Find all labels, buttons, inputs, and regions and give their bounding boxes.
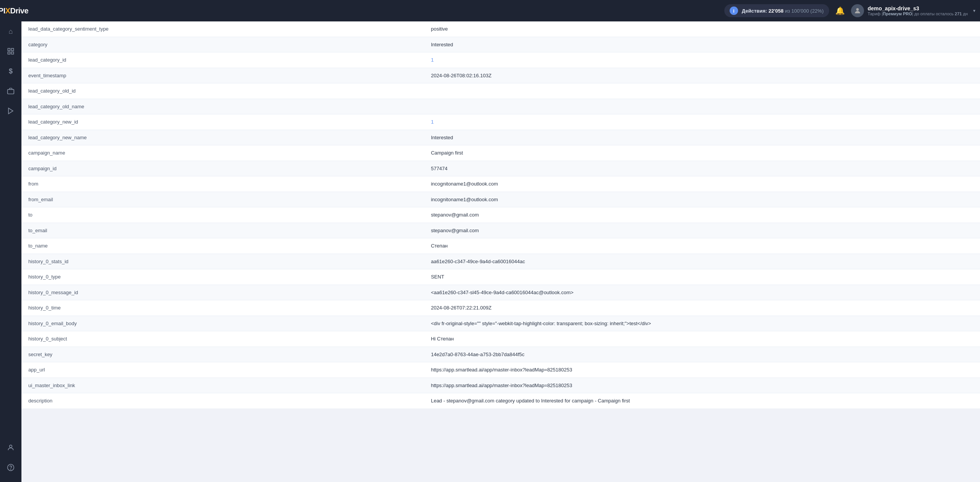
table-row: to_nameСтепан bbox=[21, 238, 980, 254]
field-value: incognitoname1@outlook.com bbox=[424, 176, 980, 192]
sidebar-item-billing[interactable]: $ bbox=[0, 61, 21, 81]
field-name: lead_category_new_name bbox=[21, 130, 424, 145]
svg-rect-1 bbox=[8, 49, 10, 51]
table-row: campaign_id577474 bbox=[21, 161, 980, 176]
user-menu[interactable]: demo_apix-drive_s3 Тариф |Премиум PRO| д… bbox=[851, 4, 976, 17]
field-value: 1 bbox=[424, 52, 980, 68]
header: APIXDrive i Действия: 22'058 из 100'000 … bbox=[0, 0, 980, 21]
table-row: history_0_typeSENT bbox=[21, 269, 980, 285]
field-name: secret_key bbox=[21, 347, 424, 362]
user-info: demo_apix-drive_s3 Тариф |Премиум PRO| д… bbox=[868, 5, 968, 16]
field-name: lead_category_id bbox=[21, 52, 424, 68]
field-value: https://app.smartlead.ai/app/master-inbo… bbox=[424, 378, 980, 393]
svg-marker-6 bbox=[8, 108, 13, 114]
table-row: lead_data_category_sentiment_typepositiv… bbox=[21, 21, 980, 37]
table-row: secret_key14e2d7a0-8763-44ae-a753-2bb7da… bbox=[21, 347, 980, 362]
table-row: history_0_time2024-08-26T07:22:21.009Z bbox=[21, 300, 980, 316]
field-value: 1 bbox=[424, 114, 980, 130]
table-row: lead_category_id1 bbox=[21, 52, 980, 68]
logo-text: APIXDrive bbox=[0, 7, 28, 15]
table-row: tostepanov@gmail.com bbox=[21, 207, 980, 223]
field-value: stepanov@gmail.com bbox=[424, 207, 980, 223]
field-value: 14e2d7a0-8763-44ae-a753-2bb7da844f5c bbox=[424, 347, 980, 362]
field-value: aa61e260-c347-49ce-9a4d-ca60016044ac bbox=[424, 254, 980, 269]
field-value: stepanov@gmail.com bbox=[424, 223, 980, 238]
field-name: to_email bbox=[21, 223, 424, 238]
chevron-down-icon: ▾ bbox=[973, 8, 975, 13]
sidebar-item-profile[interactable] bbox=[0, 438, 21, 458]
field-value: https://app.smartlead.ai/app/master-inbo… bbox=[424, 362, 980, 378]
field-name: campaign_id bbox=[21, 161, 424, 176]
svg-point-7 bbox=[10, 445, 12, 448]
field-name: history_0_time bbox=[21, 300, 424, 316]
field-name: campaign_name bbox=[21, 145, 424, 161]
main-content: lead_data_category_sentiment_typepositiv… bbox=[21, 21, 980, 482]
table-row: descriptionLead - stepanov@gmail.com cat… bbox=[21, 393, 980, 409]
field-value: <aa61e260-c347-sl45-49ce-9a4d-ca60016044… bbox=[424, 285, 980, 300]
field-name: lead_category_old_id bbox=[21, 83, 424, 99]
sidebar-item-video[interactable] bbox=[0, 101, 21, 121]
field-value: Campaign first bbox=[424, 145, 980, 161]
field-name: category bbox=[21, 37, 424, 52]
field-name: event_timestamp bbox=[21, 68, 424, 83]
field-name: lead_data_category_sentiment_type bbox=[21, 21, 424, 37]
field-value: Lead - stepanov@gmail.com category updat… bbox=[424, 393, 980, 409]
field-value-link[interactable]: 1 bbox=[431, 57, 434, 63]
actions-text: Действия: 22'058 из 100'000 (22%) bbox=[742, 8, 824, 14]
table-row: lead_category_old_id bbox=[21, 83, 980, 99]
field-name: app_url bbox=[21, 362, 424, 378]
field-value: 2024-08-26T08:02:16.103Z bbox=[424, 68, 980, 83]
table-row: campaign_nameCampaign first bbox=[21, 145, 980, 161]
svg-rect-2 bbox=[11, 49, 14, 51]
field-value: <div fr-original-style="" style="-webkit… bbox=[424, 316, 980, 331]
field-value-link[interactable]: 1 bbox=[431, 119, 434, 125]
table-row: history_0_message_id<aa61e260-c347-sl45-… bbox=[21, 285, 980, 300]
table-row: history_0_email_body<div fr-original-sty… bbox=[21, 316, 980, 331]
field-value: Interested bbox=[424, 37, 980, 52]
table-row: fromincognitoname1@outlook.com bbox=[21, 176, 980, 192]
avatar bbox=[851, 4, 864, 17]
table-row: lead_category_old_name bbox=[21, 99, 980, 114]
field-name: ui_master_inbox_link bbox=[21, 378, 424, 393]
table-row: lead_category_new_nameInterested bbox=[21, 130, 980, 145]
field-name: to bbox=[21, 207, 424, 223]
field-name: history_0_type bbox=[21, 269, 424, 285]
sidebar-item-home[interactable]: ⌂ bbox=[0, 21, 21, 41]
field-value bbox=[424, 83, 980, 99]
field-name: description bbox=[21, 393, 424, 409]
field-name: from_email bbox=[21, 192, 424, 207]
sidebar-item-help[interactable] bbox=[0, 458, 21, 477]
notification-bell[interactable]: 🔔 bbox=[835, 6, 845, 15]
field-value: SENT bbox=[424, 269, 980, 285]
table-row: to_emailstepanov@gmail.com bbox=[21, 223, 980, 238]
actions-pill[interactable]: i Действия: 22'058 из 100'000 (22%) bbox=[724, 4, 829, 17]
table-row: history_0_subjectHi Степан bbox=[21, 331, 980, 347]
data-table: lead_data_category_sentiment_typepositiv… bbox=[21, 21, 980, 409]
logo: APIXDrive bbox=[0, 0, 21, 21]
table-row: from_emailincognitoname1@outlook.com bbox=[21, 192, 980, 207]
field-value: positive bbox=[424, 21, 980, 37]
field-name: history_0_stats_id bbox=[21, 254, 424, 269]
field-name: from bbox=[21, 176, 424, 192]
sidebar-item-diagram[interactable] bbox=[0, 41, 21, 61]
svg-rect-5 bbox=[8, 90, 14, 94]
table-row: app_urlhttps://app.smartlead.ai/app/mast… bbox=[21, 362, 980, 378]
field-value: Hi Степан bbox=[424, 331, 980, 347]
field-value: 2024-08-26T07:22:21.009Z bbox=[424, 300, 980, 316]
field-name: to_name bbox=[21, 238, 424, 254]
field-value bbox=[424, 99, 980, 114]
field-name: lead_category_old_name bbox=[21, 99, 424, 114]
field-name: history_0_subject bbox=[21, 331, 424, 347]
field-name: history_0_email_body bbox=[21, 316, 424, 331]
sidebar: ⌂ $ bbox=[0, 21, 21, 482]
svg-point-0 bbox=[856, 8, 859, 11]
sidebar-item-briefcase[interactable] bbox=[0, 81, 21, 101]
table-row: categoryInterested bbox=[21, 37, 980, 52]
info-icon: i bbox=[730, 7, 738, 15]
field-value: Степан bbox=[424, 238, 980, 254]
table-row: history_0_stats_idaa61e260-c347-49ce-9a4… bbox=[21, 254, 980, 269]
table-row: ui_master_inbox_linkhttps://app.smartlea… bbox=[21, 378, 980, 393]
svg-rect-3 bbox=[8, 52, 10, 54]
field-value: incognitoname1@outlook.com bbox=[424, 192, 980, 207]
field-name: lead_category_new_id bbox=[21, 114, 424, 130]
